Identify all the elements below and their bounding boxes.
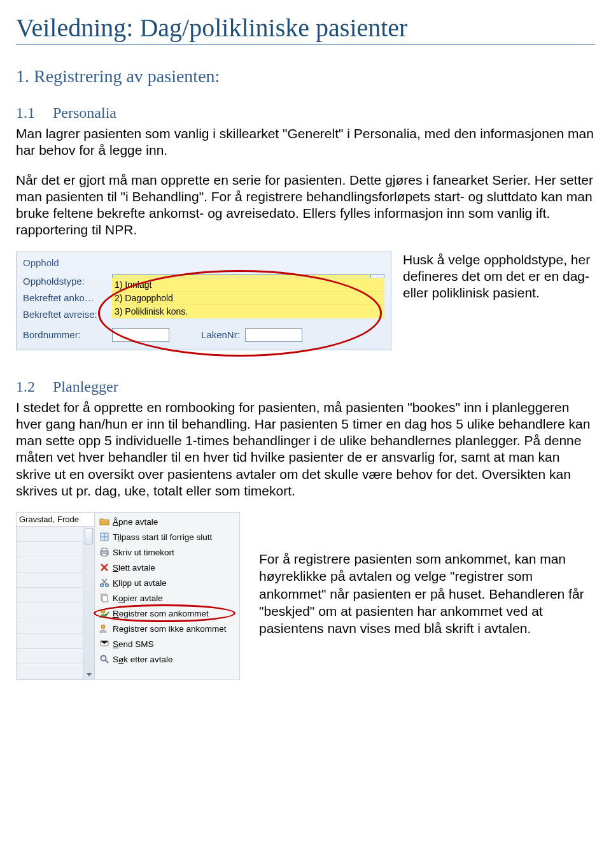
print-icon: [96, 547, 113, 557]
sms-icon: [96, 639, 113, 649]
scroll-thumb[interactable]: [85, 528, 93, 544]
section-1-1-para2: Når det er gjort må man opprette en seri…: [16, 172, 595, 239]
copy-icon: [96, 593, 113, 603]
section-1-heading: 1. Registrering av pasienten:: [16, 66, 595, 87]
menu-item-person-x[interactable]: Registrer som ikke ankommet: [96, 621, 238, 636]
menu-item-folder-open[interactable]: Åpne avtale: [96, 514, 238, 529]
section-1-2-para: I stedet for å opprette en rombooking fo…: [16, 399, 595, 500]
menu-item-label: Søk etter avtale: [113, 655, 173, 664]
oppholdstype-option-1[interactable]: 1) Innlagt: [112, 278, 384, 292]
menu-item-search[interactable]: Søk etter avtale: [96, 651, 238, 667]
scrollbar[interactable]: [83, 527, 94, 679]
section-1-2-aside: For å registrere pasienten som ankommet,…: [259, 512, 595, 637]
section-1-2-number: 1.2: [16, 378, 35, 395]
menu-item-label: Send SMS: [113, 639, 154, 649]
context-menu: Åpne avtaleTilpass start til forrige slu…: [95, 513, 239, 679]
oppholdstype-dropdown[interactable]: 1) Innlagt 2) Dagopphold 3) Poliklinisk …: [112, 278, 384, 318]
section-1-1-title: Personalia: [53, 104, 116, 121]
menu-item-label: Klipp ut avtale: [113, 578, 167, 588]
section-1-1-number: 1.1: [16, 104, 35, 121]
bekreftet-anko-label: Bekreftet anko…: [23, 292, 112, 303]
menu-item-resize[interactable]: Tilpass start til forrige slutt: [96, 529, 238, 544]
section-1-2-title: Planlegger: [53, 378, 118, 395]
person-check-icon: [96, 608, 113, 618]
page-title: Veiledning: Dag/polikliniske pasienter: [16, 13, 595, 45]
cut-icon: [96, 578, 113, 588]
menu-item-label: Kopier avtale: [113, 594, 163, 603]
oppholdstype-option-2[interactable]: 2) Dagopphold: [112, 292, 384, 305]
oppholdstype-option-3[interactable]: 3) Poliklinisk kons.: [112, 305, 384, 318]
svg-rect-2: [102, 548, 107, 551]
scroll-down-icon[interactable]: [83, 669, 94, 679]
patient-name-cell: Gravstad, Frode: [17, 513, 94, 527]
search-icon: [96, 654, 113, 664]
menu-item-copy[interactable]: Kopier avtale: [96, 590, 238, 606]
section-1-1-heading: 1.1Personalia: [16, 104, 595, 122]
menu-item-cut[interactable]: Klipp ut avtale: [96, 575, 238, 590]
menu-item-sms[interactable]: Send SMS: [96, 636, 238, 651]
menu-item-print[interactable]: Skriv ut timekort: [96, 544, 238, 560]
opphold-panel: Opphold Oppholdstype: 1) Innlagt Bekreft…: [16, 252, 391, 350]
person-x-icon: [96, 623, 113, 634]
menu-item-delete[interactable]: Slett avtale: [96, 560, 238, 575]
svg-point-9: [101, 625, 105, 629]
section-1-number: 1.: [16, 66, 29, 86]
lakennr-field[interactable]: [245, 328, 302, 342]
context-menu-screenshot: Gravstad, Frode Åpne avtaleTilpass start…: [16, 512, 240, 680]
svg-rect-3: [102, 553, 107, 556]
svg-rect-7: [102, 595, 108, 602]
menu-item-person-check[interactable]: Registrer som ankommet: [96, 606, 238, 621]
menu-item-label: Slett avtale: [113, 563, 155, 573]
lakennr-label: LakenNr:: [201, 329, 240, 340]
bordnummer-label: Bordnummer:: [23, 329, 112, 340]
folder-open-icon: [96, 516, 113, 527]
menu-item-label: Åpne avtale: [113, 517, 158, 527]
delete-icon: [96, 562, 113, 573]
menu-item-label: Registrer som ankommet: [113, 609, 209, 618]
opphold-header: Opphold: [23, 257, 384, 268]
menu-item-label: Tilpass start til forrige slutt: [113, 532, 212, 542]
menu-item-label: Registrer som ikke ankommet: [113, 624, 227, 634]
section-1-1-para1: Man lagrer pasienten som vanlig i skille…: [16, 125, 595, 159]
resize-icon: [96, 532, 113, 542]
svg-point-11: [101, 656, 106, 661]
bordnummer-field[interactable]: [112, 328, 169, 342]
oppholdstype-label: Oppholdstype:: [23, 276, 112, 287]
menu-item-label: Skriv ut timekort: [113, 548, 174, 557]
section-1-2-heading: 1.2Planlegger: [16, 378, 595, 395]
bekreftet-avreise-label: Bekreftet avreise:: [23, 309, 112, 320]
svg-point-8: [101, 609, 105, 613]
section-1-1-aside: Husk å velge oppholdstype, her defineres…: [403, 252, 595, 302]
section-1-title: Registrering av pasienten:: [34, 66, 220, 86]
